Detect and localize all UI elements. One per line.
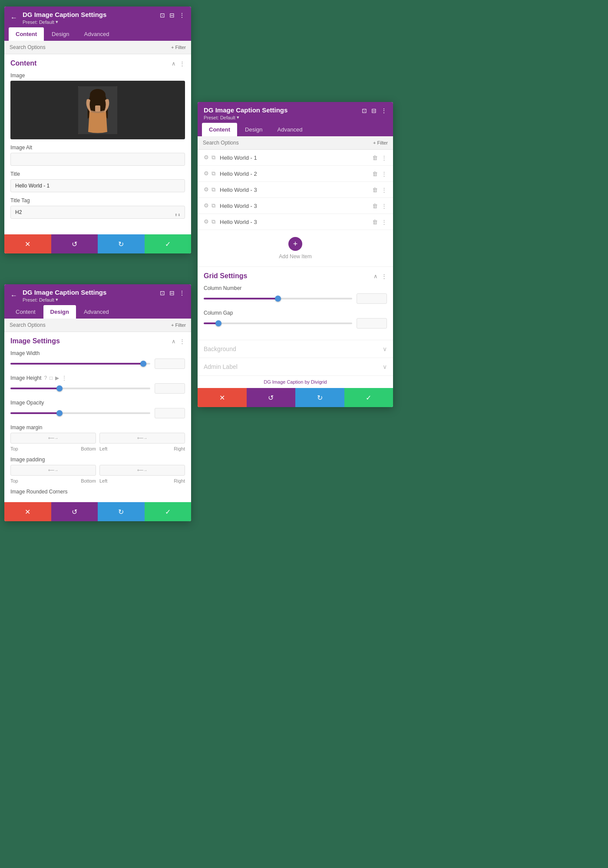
more-icon-2[interactable]: ⋮ <box>179 289 185 296</box>
redo-button-2[interactable]: ↻ <box>98 502 145 521</box>
image-rounded-label: Image Rounded Corners <box>10 489 185 495</box>
redo-button-3[interactable]: ↻ <box>295 388 344 407</box>
screen-icon[interactable]: ⊡ <box>160 12 165 19</box>
panel-header-3: DG Image Caption Settings Preset: Defaul… <box>198 102 393 123</box>
gear-icon-2[interactable]: ⚙ <box>204 170 209 177</box>
tab-advanced-2[interactable]: Advanced <box>77 305 116 319</box>
menu-icon-2[interactable]: ⋮ <box>381 171 387 177</box>
redo-button-1[interactable]: ↻ <box>98 234 145 253</box>
grid-menu-icon[interactable]: ⋮ <box>381 273 387 279</box>
image-width-slider[interactable] <box>10 363 150 365</box>
panel-tabs-3: Content Design Advanced <box>198 123 393 136</box>
collapse-grid-icon[interactable]: ∧ <box>373 273 378 279</box>
delete-icon-1[interactable]: 🗑 <box>372 155 378 161</box>
tab-content-3[interactable]: Content <box>202 123 237 136</box>
reset-button-1[interactable]: ↺ <box>51 234 98 253</box>
image-height-slider[interactable] <box>10 388 150 389</box>
cursor-icon[interactable]: ▶ <box>55 375 59 381</box>
reset-button-3[interactable]: ↺ <box>247 388 296 407</box>
columns-icon[interactable]: ⊟ <box>169 12 175 19</box>
section-controls-2: ∧ ⋮ <box>172 338 185 345</box>
column-number-slider[interactable] <box>204 298 352 299</box>
section-menu-icon-1[interactable]: ⋮ <box>179 60 185 67</box>
image-alt-input[interactable] <box>10 153 185 166</box>
title-input[interactable] <box>10 179 185 192</box>
delete-icon-5[interactable]: 🗑 <box>372 219 378 225</box>
menu-icon-5[interactable]: ⋮ <box>381 219 387 225</box>
gear-icon-4[interactable]: ⚙ <box>204 202 209 209</box>
image-opacity-slider[interactable] <box>10 412 150 414</box>
column-gap-slider[interactable] <box>204 322 352 324</box>
padding-right-label: Right <box>174 478 185 483</box>
reset-button-2[interactable]: ↺ <box>51 502 98 521</box>
cancel-button-2[interactable]: ✕ <box>4 502 51 521</box>
tab-design-2[interactable]: Design <box>43 305 76 319</box>
tab-advanced-3[interactable]: Advanced <box>271 123 310 136</box>
columns-icon-3[interactable]: ⊟ <box>371 107 377 114</box>
search-input-3[interactable] <box>203 140 373 146</box>
duplicate-icon-4[interactable]: ⧉ <box>211 202 215 209</box>
back-arrow-icon[interactable]: ← <box>10 14 17 22</box>
item-name-2: Hello World - 2 <box>220 171 368 177</box>
cancel-button-3[interactable]: ✕ <box>198 388 247 407</box>
margin-top-bottom[interactable]: ⟵→ <box>10 433 96 444</box>
tab-content-2[interactable]: Content <box>9 305 43 319</box>
section-menu-icon-2[interactable]: ⋮ <box>179 338 185 345</box>
title-tag-select[interactable]: H2 H1 H3 H4 p <box>10 206 185 219</box>
more-icon-3[interactable]: ⋮ <box>381 107 387 114</box>
gear-icon-3[interactable]: ⚙ <box>204 186 209 193</box>
tab-design-1[interactable]: Design <box>45 27 76 41</box>
cancel-button-1[interactable]: ✕ <box>4 234 51 253</box>
delete-icon-2[interactable]: 🗑 <box>372 171 378 177</box>
save-button-2[interactable]: ✓ <box>145 502 192 521</box>
duplicate-icon-3[interactable]: ⧉ <box>211 186 215 193</box>
desktop-icon[interactable]: □ <box>50 375 53 381</box>
image-opacity-value[interactable]: 0.4 <box>155 408 185 418</box>
image-preview[interactable] <box>10 81 185 139</box>
filter-button-1[interactable]: + Filter <box>171 45 186 50</box>
collapse-icon-2[interactable]: ∧ <box>172 338 176 345</box>
menu-icon-3[interactable]: ⋮ <box>381 187 387 193</box>
collapse-icon-1[interactable]: ∧ <box>172 60 176 67</box>
margin-left-right[interactable]: ⟵→ <box>99 433 185 444</box>
gear-icon-1[interactable]: ⚙ <box>204 154 209 161</box>
search-input-2[interactable] <box>10 322 171 328</box>
menu-icon-4[interactable]: ⋮ <box>381 203 387 209</box>
padding-top-bottom[interactable]: ⟵→ <box>10 465 96 476</box>
section-header-1: Content ∧ ⋮ <box>10 59 185 67</box>
panel-preset-2: Preset: Default ▾ <box>23 297 106 302</box>
image-height-value[interactable]: 400px <box>155 383 185 394</box>
gear-icon-5[interactable]: ⚙ <box>204 218 209 225</box>
panel-header-2: ← DG Image Caption Settings Preset: Defa… <box>4 284 191 305</box>
background-header[interactable]: Background ∨ <box>204 345 387 352</box>
duplicate-icon-5[interactable]: ⧉ <box>211 218 215 225</box>
back-arrow-icon-2[interactable]: ← <box>10 292 17 299</box>
add-new-item-button[interactable]: + Add New Item <box>198 230 393 266</box>
save-button-1[interactable]: ✓ <box>145 234 192 253</box>
column-number-value[interactable]: 3 <box>357 293 387 304</box>
image-width-value[interactable]: 100% <box>155 358 185 369</box>
duplicate-icon-1[interactable]: ⧉ <box>211 154 215 161</box>
save-button-3[interactable]: ✓ <box>344 388 393 407</box>
columns-icon-2[interactable]: ⊟ <box>169 289 175 296</box>
tab-content-1[interactable]: Content <box>9 27 44 41</box>
filter-button-2[interactable]: + Filter <box>171 322 186 328</box>
duplicate-icon-2[interactable]: ⧉ <box>211 170 215 177</box>
tab-design-3[interactable]: Design <box>238 123 269 136</box>
more-height-icon[interactable]: ⋮ <box>62 375 67 381</box>
padding-left-right[interactable]: ⟵→ <box>99 465 185 476</box>
search-input-1[interactable] <box>10 44 171 50</box>
tab-advanced-1[interactable]: Advanced <box>77 27 116 41</box>
screen-icon-2[interactable]: ⊡ <box>160 289 165 296</box>
screen-icon-3[interactable]: ⊡ <box>362 107 367 114</box>
menu-icon-1[interactable]: ⋮ <box>381 155 387 161</box>
image-alt-label: Image Alt <box>10 145 185 151</box>
grid-section-title: Grid Settings <box>204 272 247 280</box>
delete-icon-4[interactable]: 🗑 <box>372 203 378 209</box>
column-gap-value[interactable]: 5px <box>357 318 387 329</box>
more-icon[interactable]: ⋮ <box>179 12 185 19</box>
admin-label-header[interactable]: Admin Label ∨ <box>204 363 387 370</box>
delete-icon-3[interactable]: 🗑 <box>372 187 378 193</box>
filter-button-3[interactable]: + Filter <box>373 140 388 145</box>
link-icon-4: ⟵→ <box>137 468 148 473</box>
